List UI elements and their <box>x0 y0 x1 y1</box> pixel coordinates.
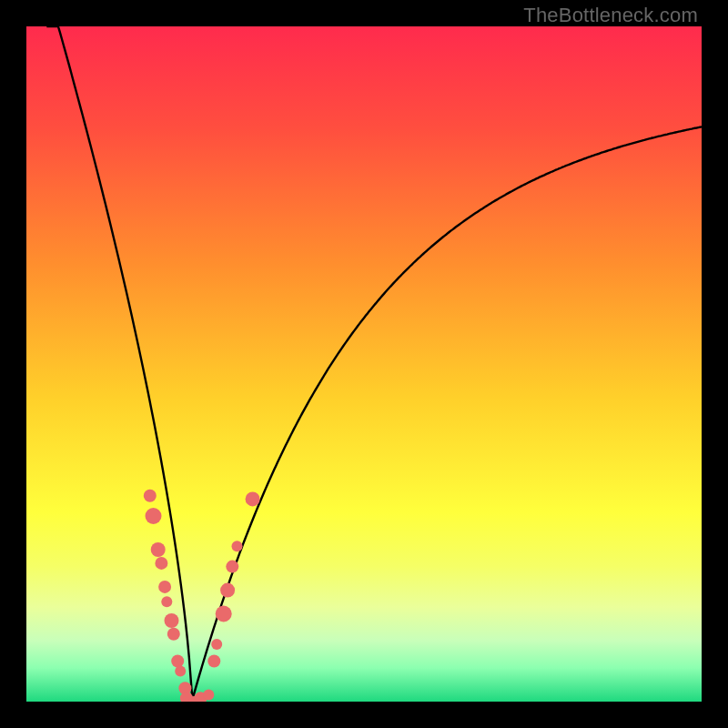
plot-area <box>26 26 702 702</box>
data-marker <box>220 583 235 598</box>
chart-frame: TheBottleneck.com <box>0 0 728 728</box>
data-marker <box>144 490 157 502</box>
frame-border-bottom <box>0 702 728 728</box>
data-marker <box>203 690 214 701</box>
plot-svg <box>26 26 702 702</box>
data-marker <box>211 639 222 650</box>
watermark-text: TheBottleneck.com <box>523 4 698 27</box>
data-marker <box>175 666 186 677</box>
data-marker <box>158 581 171 593</box>
data-marker <box>161 596 172 607</box>
data-marker <box>155 557 167 570</box>
data-marker <box>246 491 260 506</box>
data-marker <box>165 613 179 628</box>
data-marker <box>167 628 180 641</box>
data-marker <box>216 606 232 622</box>
data-marker <box>226 561 238 573</box>
data-marker <box>171 655 184 668</box>
frame-border-right <box>702 0 728 728</box>
data-marker <box>232 541 243 551</box>
gradient-background <box>26 26 702 702</box>
data-marker <box>146 508 162 524</box>
data-marker <box>151 542 166 557</box>
data-marker <box>207 655 220 668</box>
frame-border-left <box>0 0 26 728</box>
